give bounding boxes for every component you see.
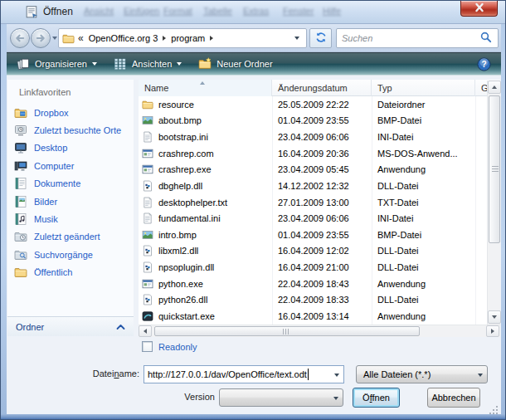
scroll-down-button[interactable] — [488, 310, 501, 324]
sidebar-item-suchvorg-nge[interactable]: Suchvorgänge — [7, 246, 134, 263]
horizontal-scrollbar-thumb[interactable] — [154, 326, 420, 336]
filename-value: http://127.0.0.1/dav/OpenOffice/text.odt — [148, 369, 307, 379]
dropbox-folder-icon — [14, 106, 27, 120]
file-date: 16.04.2009 12:02 — [272, 246, 372, 256]
file-type: DLL-Datei — [372, 295, 475, 305]
file-date: 01.04.2009 23:55 — [272, 115, 372, 125]
file-row-about-bmp[interactable]: about.bmp01.04.2009 23:55BMP-Datei — [139, 113, 487, 129]
file-name: quickstart.exe — [158, 311, 215, 321]
file-name: python26.dll — [158, 295, 207, 305]
column-label: Typ — [377, 83, 392, 93]
file-row-npsoplugin-dll[interactable]: npsoplugin.dll16.04.2009 21:00DLL-Datei — [139, 259, 487, 276]
background-menu-word: Ansicht — [84, 6, 114, 16]
file-type: Anwendung — [372, 311, 475, 321]
cancel-button[interactable]: Abbrechen — [427, 388, 480, 408]
views-button[interactable]: Ansichten — [114, 57, 182, 71]
ini-file-icon — [142, 131, 153, 143]
readonly-row: Readonly — [142, 341, 197, 352]
refresh-button[interactable] — [309, 28, 332, 48]
scroll-up-button[interactable] — [488, 81, 501, 94]
open-button[interactable]: Öffnen — [353, 388, 400, 408]
dll-file-icon — [142, 245, 153, 256]
sidebar-item-musik[interactable]: Musik — [7, 210, 134, 227]
command-toolbar: Organisieren Ansichten Neuer Ordner ? — [7, 52, 501, 76]
breadcrumb-separator-icon[interactable] — [163, 36, 166, 41]
file-row-dbghelp-dll[interactable]: dbghelp.dll14.12.2002 12:32DLL-Datei — [139, 178, 487, 194]
sidebar-item-bilder[interactable]: Bilder — [7, 193, 134, 210]
forward-button[interactable] — [31, 28, 51, 48]
column-header-size[interactable]: G — [475, 80, 487, 96]
filename-dropdown-icon[interactable] — [334, 374, 339, 377]
column-header-type[interactable]: Typ — [372, 80, 475, 96]
scrollbar-grip — [492, 166, 499, 173]
column-header-name[interactable]: Name — [139, 80, 272, 96]
sidebar-item-label: Musik — [34, 214, 58, 224]
sidebar-item-zuletzt-ge-ndert[interactable]: Zuletzt geändert — [7, 228, 134, 246]
file-row-bootstrap-ini[interactable]: bootstrap.ini23.04.2009 06:06INI-Datei — [139, 129, 487, 145]
file-name: fundamental.ini — [158, 213, 221, 223]
scroll-left-button[interactable] — [139, 325, 152, 337]
file-name-cell: crashrep.com — [139, 148, 272, 159]
column-header-date[interactable]: Änderungsdatum — [272, 80, 372, 96]
readonly-label[interactable]: Readonly — [158, 342, 197, 352]
file-name: crashrep.exe — [158, 164, 212, 174]
window-title: Öffnen — [43, 6, 73, 17]
app-icon — [142, 278, 153, 290]
file-rows: resource25.05.2009 22:22Dateiordnerabout… — [139, 96, 487, 325]
file-row-libxml2-dll[interactable]: libxml2.dll16.04.2009 12:02DLL-Datei — [139, 243, 487, 260]
back-button[interactable] — [10, 28, 30, 48]
sidebar-item-ffentlich[interactable]: Öffentlich — [7, 264, 134, 281]
close-button[interactable] — [460, 1, 498, 17]
sidebar-item-dokumente[interactable]: Dokumente — [7, 175, 134, 193]
search-input[interactable]: Suchen — [336, 28, 499, 48]
file-row-intro-bmp[interactable]: intro.bmp01.04.2009 23:55BMP-Datei — [139, 227, 487, 243]
new-folder-button[interactable]: Neuer Ordner — [198, 57, 272, 71]
open-dialog-icon — [25, 5, 39, 19]
open-file-dialog: AnsichtEinfügenFormatTabelleExtrasFenste… — [0, 0, 506, 420]
vertical-scrollbar-thumb[interactable] — [489, 95, 500, 243]
file-row-python-exe[interactable]: python.exe22.04.2009 18:43Anwendung — [139, 276, 487, 292]
search-icon[interactable] — [479, 31, 493, 46]
file-row-fundamental-ini[interactable]: fundamental.ini23.04.2009 06:06INI-Datei — [139, 210, 487, 227]
readonly-checkbox[interactable] — [142, 341, 153, 352]
breadcrumb[interactable]: « OpenOffice.org 3 program — [58, 28, 307, 48]
file-row-quickstart-exe[interactable]: quickstart.exe16.04.2009 13:14Anwendung — [139, 308, 487, 325]
views-icon — [114, 57, 127, 71]
chevron-down-icon — [92, 62, 97, 66]
help-button[interactable]: ? — [477, 57, 491, 71]
file-row-desktophelper-txt[interactable]: desktophelper.txt27.01.2009 13:00TXT-Dat… — [139, 194, 487, 211]
breadcrumb-collapse[interactable]: « — [78, 32, 84, 44]
file-type: Anwendung — [372, 279, 475, 289]
filetype-select[interactable]: Alle Dateien (*.*) — [356, 365, 488, 383]
file-row-python26-dll[interactable]: python26.dll22.04.2009 18:33DLL-Datei — [139, 292, 487, 309]
scroll-right-button[interactable] — [486, 325, 499, 337]
file-name-cell: crashrep.exe — [139, 164, 272, 175]
sidebar-item-computer[interactable]: Computer — [7, 157, 134, 174]
sidebar-item-zuletzt-besuchte-orte[interactable]: Zuletzt besuchte Orte — [7, 121, 134, 139]
sidebar-item-dropbox[interactable]: Dropbox — [7, 104, 134, 121]
file-date: 25.05.2009 22:22 — [272, 100, 372, 110]
svg-text:?: ? — [481, 60, 486, 69]
horizontal-scrollbar[interactable] — [139, 325, 500, 337]
breadcrumb-separator-icon[interactable] — [210, 36, 213, 41]
navigation-bar: « OpenOffice.org 3 program Suchen — [7, 24, 501, 52]
breadcrumb-item[interactable]: OpenOffice.org 3 — [89, 33, 158, 43]
file-row-crashrep-exe[interactable]: crashrep.exe23.04.2009 05:45Anwendung — [139, 162, 487, 178]
file-name-cell: libxml2.dll — [139, 245, 272, 256]
sidebar-item-desktop[interactable]: Desktop — [7, 139, 134, 157]
folders-expander[interactable]: Ordner — [7, 316, 134, 336]
titlebar[interactable]: AnsichtEinfügenFormatTabelleExtrasFenste… — [1, 1, 505, 24]
background-menu-word: Tabelle — [203, 6, 232, 16]
address-dropdown-icon[interactable] — [294, 37, 299, 40]
breadcrumb-item[interactable]: program — [171, 33, 205, 43]
file-row-crashrep-com[interactable]: crashrep.com16.04.2009 20:36MS-DOS-Anwen… — [139, 145, 487, 162]
file-type: DLL-Datei — [372, 246, 475, 256]
filename-input[interactable]: http://127.0.0.1/dav/OpenOffice/text.odt — [144, 365, 344, 383]
version-select[interactable] — [219, 388, 343, 407]
file-row-resource[interactable]: resource25.05.2009 22:22Dateiordner — [139, 96, 487, 113]
recent-pages-dropdown[interactable] — [52, 37, 57, 40]
sidebar-item-label: Zuletzt besuchte Orte — [34, 125, 121, 135]
file-name-cell: dbghelp.dll — [139, 180, 272, 192]
vertical-scrollbar[interactable] — [487, 81, 500, 325]
organize-button[interactable]: Organisieren — [17, 57, 97, 71]
